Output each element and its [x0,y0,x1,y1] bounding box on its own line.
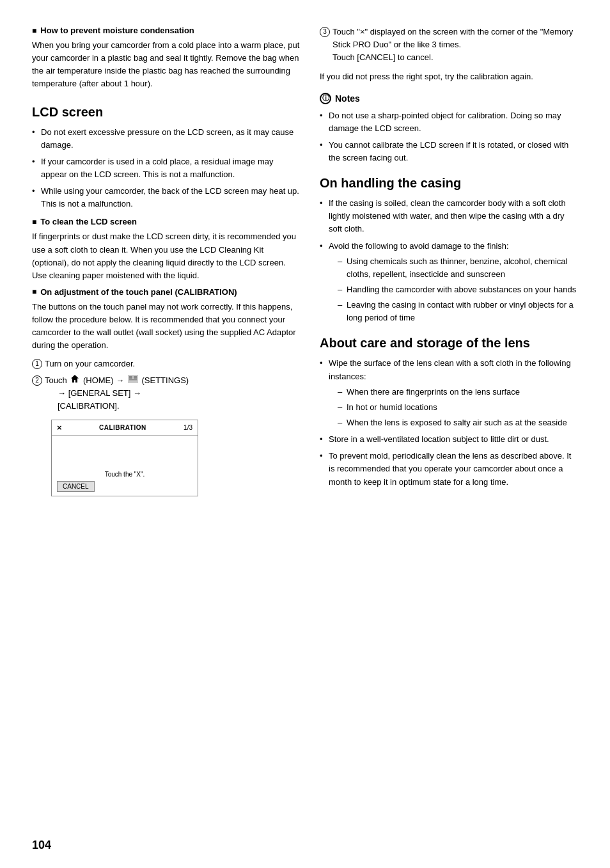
home-icon [70,374,79,387]
svg-rect-4 [129,381,137,381]
step3-item: 3 Touch "×" displayed on the screen with… [320,26,578,64]
svg-rect-2 [134,376,137,379]
step2-item: 2 Touch (HOME) → [32,374,301,413]
handling-sub-list: Using chemicals such as thinner, benzine… [338,255,578,325]
lens-section: About care and storage of the lens Wipe … [320,336,578,488]
handling-bullets: If the casing is soiled, clean the camco… [320,197,578,324]
svg-rect-3 [129,379,137,380]
clean-lcd-body: If fingerprints or dust make the LCD scr… [32,230,301,282]
clean-lcd-section: To clean the LCD screen If fingerprints … [32,217,301,282]
moisture-title: How to prevent moisture condensation [32,26,301,35]
calibration-retry: If you did not press the right spot, try… [320,70,578,83]
step1-item: 1 Turn on your camcorder. [32,358,301,370]
content-columns: How to prevent moisture condensation Whe… [32,26,578,830]
page-number: 104 [32,839,51,852]
calibration-page-num: 1/3 [184,424,192,431]
notes-bullet-2: You cannot calibrate the LCD screen if i… [320,139,578,164]
calibration-box: × CALIBRATION 1/3 Touch the "X". CANCEL [51,420,198,496]
handling-bullet-2: Avoid the following to avoid damage to t… [320,240,578,325]
handling-sub-3: Leaving the casing in contact with rubbe… [338,299,578,324]
step3-num: 3 [320,27,330,37]
step2-calibration: [CALIBRATION]. [45,401,120,411]
notes-bullets: Do not use a sharp-pointed object for ca… [320,109,578,165]
handling-section: On handling the casing If the casing is … [320,176,578,324]
step3-sub: Touch [CANCEL] to cancel. [332,52,434,62]
step2-arrow3: → [133,388,141,398]
moisture-section: How to prevent moisture condensation Whe… [32,26,301,91]
notes-label: Notes [335,93,360,104]
handling-sub-1: Using chemicals such as thinner, benzine… [338,255,578,281]
calibration-box-title: CALIBRATION [99,424,146,431]
lcd-heading: LCD screen [32,105,301,120]
lens-bullet-3: To prevent mold, periodically clean the … [320,450,578,488]
clean-lcd-title: To clean the LCD screen [32,217,301,226]
step1-num: 1 [32,359,42,369]
calibration-touch-text: Touch the "X". [105,471,145,478]
step2-arrow2: → [58,388,66,398]
lens-sub-1: When there are fingerprints on the lens … [338,386,578,398]
handling-heading: On handling the casing [320,176,578,191]
adjustment-body: The buttons on the touch panel may not w… [32,301,301,352]
lcd-bullet-2: If your camcorder is used in a cold plac… [32,155,301,181]
lens-sub-3: When the lens is exposed to salty air su… [338,416,578,429]
svg-rect-0 [128,375,138,383]
page-container: How to prevent moisture condensation Whe… [0,0,610,868]
step1-text: Turn on your camcorder. [45,358,301,370]
lens-bullets: Wipe the surface of the lens clean with … [320,357,578,488]
calibration-top-bar: × CALIBRATION 1/3 [52,420,198,436]
step2-num: 2 [32,375,42,386]
lens-sub-list: When there are fingerprints on the lens … [338,386,578,429]
cancel-button[interactable]: CANCEL [57,481,95,492]
svg-rect-1 [129,376,132,379]
lens-bullet-1: Wipe the surface of the lens clean with … [320,357,578,429]
lens-sub-2: In hot or humid locations [338,401,578,414]
lcd-bullet-1: Do not exert excessive pressure on the L… [32,126,301,152]
right-column: 3 Touch "×" displayed on the screen with… [320,26,578,830]
step2-indent: → [GENERAL SET] → [45,388,141,398]
lcd-section: LCD screen Do not exert excessive pressu… [32,105,301,211]
step3-content: Touch "×" displayed on the screen with t… [332,26,578,64]
lcd-bullet-3: While using your camcorder, the back of … [32,185,301,210]
notes-icon: ⓘ [320,93,331,104]
step2-prefix: Touch [45,375,67,385]
step2-general: [GENERAL SET] [68,388,131,398]
step2-settings: (SETTINGS) [142,375,189,385]
left-column: How to prevent moisture condensation Whe… [32,26,301,830]
notes-heading: ⓘ Notes [320,93,578,104]
notes-section: ⓘ Notes Do not use a sharp-pointed objec… [320,93,578,165]
lens-bullet-2: Store in a well-ventilated location subj… [320,433,578,446]
moisture-body: When you bring your camcorder from a col… [32,39,301,91]
settings-icon [128,374,138,387]
step2-arrow1: → [116,375,124,385]
notes-bullet-1: Do not use a sharp-pointed object for ca… [320,109,578,135]
adjustment-title: On adjustment of the touch panel (CALIBR… [32,287,301,297]
close-x[interactable]: × [57,423,62,432]
lens-heading: About care and storage of the lens [320,336,578,351]
handling-bullet-1: If the casing is soiled, clean the camco… [320,197,578,235]
step3-text: Touch "×" displayed on the screen with t… [332,27,573,49]
step2-content: Touch (HOME) → [45,374,301,413]
step2-home: (HOME) [83,375,114,385]
handling-sub-2: Handling the camcorder with above substa… [338,283,578,296]
calibration-section: On adjustment of the touch panel (CALIBR… [32,287,301,496]
lcd-bullets: Do not exert excessive pressure on the L… [32,126,301,211]
